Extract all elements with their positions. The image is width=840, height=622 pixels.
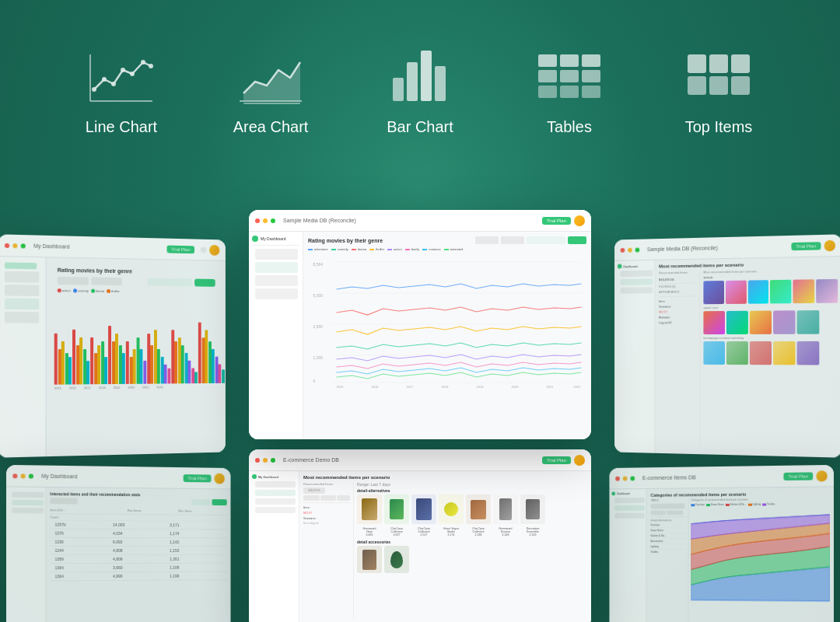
trial-badge: Trial Plan [166, 245, 194, 253]
svg-rect-17 [582, 54, 600, 67]
svg-text:8,564: 8,564 [313, 262, 324, 267]
svg-text:2018: 2018 [442, 385, 450, 389]
table-row: 1244 4,808 1,153 [50, 547, 226, 555]
svg-text:1,000: 1,000 [313, 355, 324, 360]
thumbnail-row-2 [703, 310, 838, 334]
product-row-2 [357, 546, 587, 573]
dot-red [255, 458, 260, 463]
svg-text:2020: 2020 [512, 385, 520, 389]
chart-title: Rating movies by their genre [308, 238, 383, 243]
avatar [209, 244, 219, 255]
svg-rect-13 [421, 51, 432, 101]
svg-rect-28 [709, 76, 728, 95]
card-left-area-chart: My Dashboard Trial Plan Interacted items… [6, 465, 231, 622]
line-chart-svg: 8,564 5,000 2,500 1,000 0 [308, 254, 586, 390]
filter-filters [91, 278, 122, 286]
watch-next-label: watch next [703, 305, 838, 310]
dot-yellow [623, 476, 628, 480]
dot-green [271, 458, 275, 463]
table-row: 1364 3,660 1,108 [50, 564, 226, 573]
svg-text:2016: 2016 [372, 385, 380, 389]
detail-accessories: detail accessories [357, 540, 587, 544]
dot-red [621, 247, 625, 252]
svg-rect-16 [560, 54, 579, 67]
filter-item: $74,670.50 [659, 276, 696, 285]
svg-rect-29 [731, 76, 750, 95]
table-row: 1257b 14,003 3,171 [50, 521, 226, 530]
top-items-icon [680, 47, 758, 109]
cat-row: Lighting [651, 544, 686, 550]
sidebar: My Dashboard [249, 471, 299, 622]
avatar [574, 455, 585, 466]
svg-rect-10 [243, 103, 300, 104]
filter-row [303, 495, 350, 501]
legend: Furniture Home Decor Kitchen & Din... Li… [691, 502, 829, 506]
topbar-db: E-commerce Demo DB [283, 457, 539, 463]
svg-point-5 [121, 68, 125, 72]
card-left-bar-chart: My Dashboard Trial Plan Rating movies by… [0, 234, 226, 457]
svg-rect-19 [560, 70, 579, 82]
card-title: Most recommended items per scenario [303, 475, 587, 480]
svg-text:2022: 2022 [574, 385, 582, 389]
trial-badge: Trial Plan [542, 456, 571, 464]
svg-rect-21 [538, 86, 557, 98]
save-button[interactable] [194, 279, 215, 287]
bar-chart [53, 294, 220, 385]
top-items-label: Top Items [685, 118, 753, 136]
topbar-db: Sample Media DB (Reconcile) [283, 218, 539, 223]
svg-rect-22 [560, 86, 579, 98]
configure-row: Not configured [303, 521, 350, 526]
must-row: MOST [303, 510, 350, 515]
line-chart-label: Line Chart [86, 118, 157, 136]
filter-data [58, 277, 89, 285]
price-row: HomewardHaze3,481 Cha CasaCollective3,02… [357, 527, 587, 536]
topbar-text: My Dashboard [41, 473, 180, 480]
svg-text:5,000: 5,000 [313, 293, 324, 298]
svg-rect-27 [688, 76, 706, 95]
dot-yellow [263, 218, 268, 223]
svg-rect-14 [435, 66, 446, 101]
thumbnail-row-3 [703, 341, 838, 365]
scenario-row: Scenario [303, 515, 350, 521]
icon-item-area-chart[interactable]: Area Chart [232, 47, 310, 136]
svg-rect-24 [688, 54, 706, 73]
detail-alt-label: detail-alternatives [651, 519, 686, 522]
section-label: Recommended Items [659, 271, 696, 275]
dot-yellow [21, 473, 26, 478]
svg-rect-25 [709, 54, 728, 73]
dot-green [635, 247, 640, 252]
avatar [816, 470, 827, 481]
topbar-db: E-commerce Items DB [642, 473, 780, 480]
table-row: 1376 4,034 1,174 [50, 529, 226, 539]
topbar-text: My Dashboard [33, 243, 163, 252]
dot-green [29, 473, 33, 478]
svg-text:2017: 2017 [407, 385, 415, 389]
icons-row: Line Chart Area Chart Bar Chart [0, 0, 840, 152]
card-title: Categories of recommended items per scen… [651, 491, 830, 498]
card-right-top-items: Sample Media DB (Reconcile) Trial Plan D… [614, 234, 840, 457]
svg-rect-12 [407, 62, 418, 101]
icon-item-top-items[interactable]: Top Items [680, 47, 758, 136]
svg-text:2021: 2021 [547, 385, 555, 389]
icon-item-bar-chart[interactable]: Bar Chart [381, 39, 459, 136]
icon-item-tables[interactable]: Tables [530, 47, 608, 136]
sidebar: Dashboard [614, 260, 655, 453]
chart-label: Categories of recommended items per scen… [691, 498, 829, 502]
cat-row: Accessories [651, 539, 686, 544]
legend: adventure comedy drama thriller action f… [308, 247, 586, 251]
range-label: Range: Last 7 days [357, 482, 587, 487]
svg-text:0: 0 [313, 379, 316, 383]
filter-pills: $74,670.50 [303, 487, 350, 494]
card-title: Most recommended items per scenario [659, 260, 838, 268]
continue-watching-label: homepage-continue watching [703, 336, 838, 340]
bar-chart-label: Bar Chart [387, 118, 453, 136]
icon-item-line-chart[interactable]: Line Chart [82, 47, 160, 136]
svg-text:2015: 2015 [337, 385, 345, 389]
svg-point-8 [149, 64, 153, 68]
sidebar: Dashboard [609, 489, 646, 622]
dot-green [21, 243, 26, 248]
area-chart-svg [691, 507, 829, 602]
dot-red [12, 473, 17, 478]
svg-text:2019: 2019 [477, 385, 485, 389]
area-chart-label: Area Chart [233, 118, 309, 136]
